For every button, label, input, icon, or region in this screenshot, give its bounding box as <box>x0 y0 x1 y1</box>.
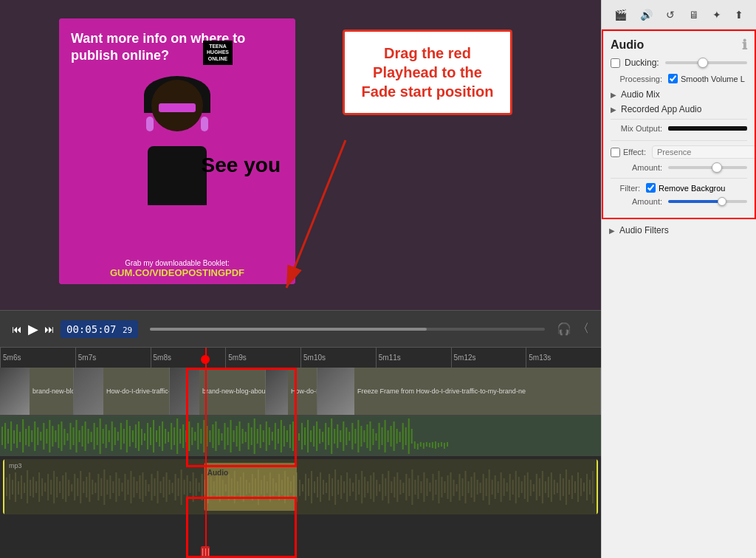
smooth-volume-label: Smooth Volume L <box>681 75 745 83</box>
svg-rect-264 <box>329 474 330 500</box>
transport-bar: ⏮ ▶ ⏭ 00:05:07 29 🎧 〈 <box>0 310 601 347</box>
svg-rect-155 <box>6 478 7 496</box>
video-clip-0[interactable]: brand-new-blog-about-coffee-25oct2 <box>0 368 74 415</box>
svg-rect-348 <box>577 472 579 502</box>
svg-rect-181 <box>83 481 84 493</box>
svg-rect-184 <box>92 480 93 495</box>
svg-rect-58 <box>165 429 166 444</box>
svg-rect-213 <box>178 478 179 496</box>
play-button[interactable]: ▶ <box>28 321 38 337</box>
collapse-button[interactable]: 〈 <box>577 321 589 337</box>
clip-text-0: brand-new-blog-about-coffee-25oct2 <box>30 386 73 396</box>
svg-rect-148 <box>432 442 433 448</box>
svg-rect-310 <box>465 471 467 503</box>
share-icon[interactable]: ⬆ <box>732 6 746 24</box>
svg-rect-165 <box>35 481 37 493</box>
ducking-checkbox[interactable] <box>611 58 620 68</box>
svg-rect-34 <box>94 423 95 450</box>
ruler-mark-0: 5m6s <box>0 348 75 368</box>
svg-rect-174 <box>62 475 63 499</box>
svg-rect-324 <box>506 483 508 492</box>
svg-rect-267 <box>337 480 339 495</box>
smooth-volume-checkbox[interactable] <box>668 74 678 83</box>
svg-rect-306 <box>453 480 455 496</box>
svg-rect-94 <box>272 432 273 441</box>
video-card-bottom: Grab my downloadable Booklet: GUM.CO/VID… <box>59 253 295 284</box>
svg-rect-343 <box>563 478 564 496</box>
svg-rect-189 <box>106 480 108 495</box>
fast-forward-button[interactable]: ⏭ <box>44 323 55 335</box>
effect-input[interactable] <box>652 145 755 159</box>
recorded-app-audio-row[interactable]: ▶ Recorded App Audio <box>611 104 747 114</box>
filter-checkbox[interactable] <box>646 183 656 193</box>
video-clip-1[interactable]: How-do-I-drive-traffic-to-my- <box>74 368 170 415</box>
svg-rect-113 <box>328 427 329 445</box>
svg-rect-173 <box>59 481 61 493</box>
svg-rect-163 <box>30 480 31 496</box>
processing-row: Processing: Smooth Volume L <box>611 74 747 83</box>
svg-rect-285 <box>391 481 392 493</box>
svg-rect-53 <box>150 427 151 445</box>
video-clip-3[interactable]: How-do-I-dr <box>266 368 317 415</box>
ducking-slider[interactable] <box>665 61 747 64</box>
svg-rect-67 <box>191 427 193 445</box>
monitor-icon[interactable]: 🖥 <box>686 6 702 24</box>
svg-rect-276 <box>364 477 365 497</box>
ruler-mark-5: 5m11s <box>376 348 451 368</box>
svg-rect-290 <box>405 474 407 500</box>
svg-rect-101 <box>292 421 294 451</box>
svg-rect-60 <box>171 423 172 450</box>
svg-rect-352 <box>589 480 591 495</box>
svg-rect-185 <box>94 483 96 493</box>
rotate-icon[interactable]: ↺ <box>663 6 678 24</box>
timecode-display: 00:05:07 29 <box>61 320 138 338</box>
audio-filters-row[interactable]: ▶ Audio Filters <box>609 225 749 235</box>
app-container: Want more info on where to publish onlin… <box>0 0 756 558</box>
video-clip-4[interactable]: Freeze Frame from How-do-I-drive-traffic… <box>317 368 601 415</box>
svg-rect-195 <box>124 474 126 500</box>
effect-row: Effect: <box>611 145 747 159</box>
ruler-mark-3: 5m9s <box>225 348 300 368</box>
avatar-earring-right <box>201 117 208 131</box>
svg-rect-9 <box>19 432 21 442</box>
svg-rect-16 <box>40 432 41 441</box>
svg-rect-219 <box>196 478 197 496</box>
audio-panel-bordered: Audio ℹ Ducking: Processing: Smooth Volu… <box>602 30 756 219</box>
svg-rect-286 <box>394 477 395 497</box>
effect-checkbox[interactable] <box>611 148 620 157</box>
ducking-label: Ducking: <box>625 58 659 68</box>
svg-rect-289 <box>402 483 404 493</box>
svg-rect-75 <box>215 421 216 451</box>
svg-rect-331 <box>527 472 529 502</box>
volume-slider[interactable] <box>150 328 545 331</box>
timeline-area[interactable]: brand-new-blog-about-coffee-25oct2 How-d… <box>0 368 601 558</box>
svg-rect-110 <box>319 429 320 444</box>
svg-rect-31 <box>85 421 86 451</box>
video-clip-2[interactable]: brand-new-blog-about-coffee <box>170 368 266 415</box>
svg-rect-177 <box>71 484 72 492</box>
svg-rect-268 <box>340 475 342 499</box>
amount-slider-1[interactable] <box>668 166 747 169</box>
svg-rect-277 <box>367 481 368 493</box>
panel-info-icon[interactable]: ℹ <box>742 37 747 53</box>
svg-rect-221 <box>202 474 203 500</box>
speaker-icon[interactable]: 🔊 <box>637 6 656 24</box>
svg-rect-281 <box>379 484 380 492</box>
film-icon[interactable]: 🎬 <box>611 6 630 24</box>
svg-rect-273 <box>355 474 357 500</box>
svg-rect-316 <box>483 474 484 500</box>
amount-slider-thumb-1 <box>712 162 722 173</box>
svg-rect-52 <box>147 423 148 450</box>
svg-rect-122 <box>354 429 356 444</box>
cursor-icon[interactable]: ✦ <box>709 6 724 24</box>
svg-rect-202 <box>145 480 146 496</box>
amount-label-1: Amount: <box>611 163 662 172</box>
amount-slider-2[interactable] <box>668 200 747 203</box>
left-panel: Want more info on where to publish onlin… <box>0 0 601 558</box>
svg-rect-161 <box>24 483 25 493</box>
svg-rect-8 <box>16 424 18 448</box>
svg-rect-197 <box>130 471 131 503</box>
rewind-button[interactable]: ⏮ <box>12 323 22 335</box>
svg-rect-318 <box>489 469 490 505</box>
audio-mix-row[interactable]: ▶ Audio Mix <box>611 89 747 100</box>
